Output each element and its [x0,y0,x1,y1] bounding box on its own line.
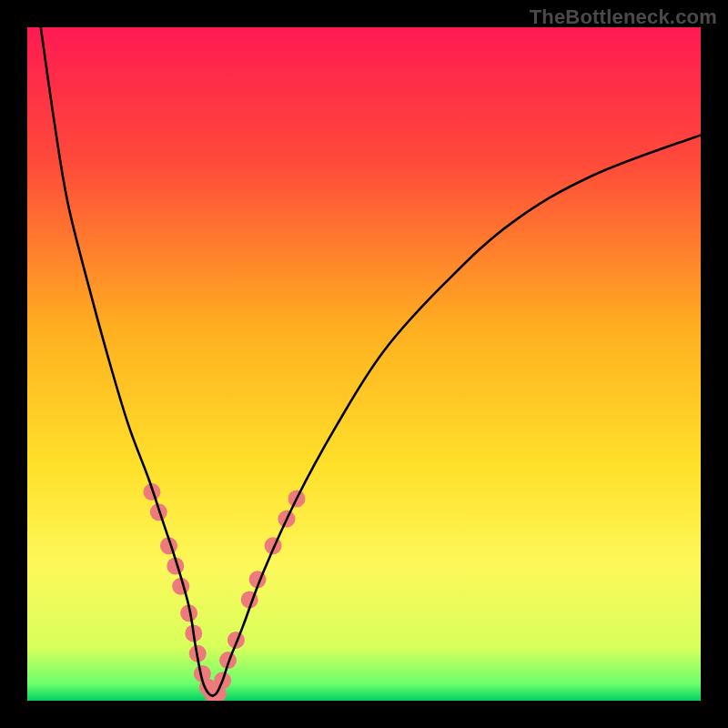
gradient-background [27,27,701,701]
chart-svg [27,27,701,701]
plot-area [27,27,701,701]
watermark-text: TheBottleneck.com [530,5,717,29]
chart-frame: TheBottleneck.com [0,0,728,728]
